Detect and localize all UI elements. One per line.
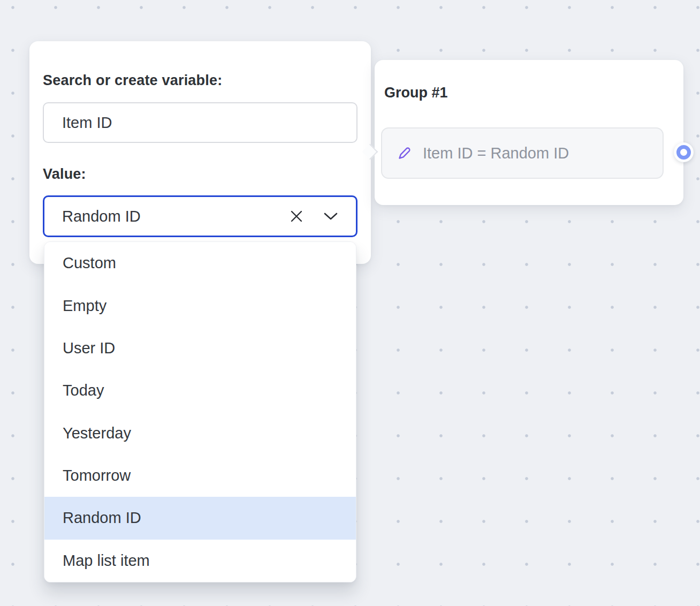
group-card-item-label: Item ID = Random ID — [423, 145, 569, 162]
dropdown-option-today[interactable]: Today — [44, 369, 356, 412]
group-card[interactable]: Group #1 Item ID = Random ID — [375, 60, 683, 205]
dropdown-option-yesterday[interactable]: Yesterday — [44, 412, 356, 454]
value-select[interactable]: Random ID — [43, 195, 357, 237]
variable-search-input[interactable]: Item ID — [43, 102, 357, 143]
chevron-down-icon[interactable] — [321, 206, 341, 226]
value-select-controls — [286, 206, 356, 226]
search-variable-label: Search or create variable: — [43, 72, 222, 89]
output-port-ring — [676, 145, 691, 160]
dropdown-option-map-list-item[interactable]: Map list item — [44, 540, 356, 582]
dropdown-option-custom[interactable]: Custom — [44, 242, 356, 284]
variable-popup: Search or create variable: Item ID Value… — [29, 41, 371, 264]
variable-search-input-value: Item ID — [62, 114, 112, 132]
value-select-value: Random ID — [62, 208, 141, 225]
dropdown-option-tomorrow[interactable]: Tomorrow — [44, 454, 356, 497]
output-port[interactable] — [674, 142, 694, 162]
clear-value-icon[interactable] — [286, 206, 307, 226]
value-dropdown-list: Custom Empty User ID Today Yesterday Tom… — [44, 241, 356, 582]
group-card-title: Group #1 — [384, 85, 448, 101]
flow-canvas[interactable]: { "canvas": { "background_color": "#eef0… — [0, 0, 700, 606]
value-label: Value: — [43, 166, 86, 183]
dropdown-option-user-id[interactable]: User ID — [44, 327, 356, 369]
dropdown-option-empty[interactable]: Empty — [44, 284, 356, 327]
pencil-icon — [396, 145, 413, 162]
group-card-item[interactable]: Item ID = Random ID — [381, 127, 664, 179]
dropdown-option-random-id[interactable]: Random ID — [44, 497, 356, 539]
